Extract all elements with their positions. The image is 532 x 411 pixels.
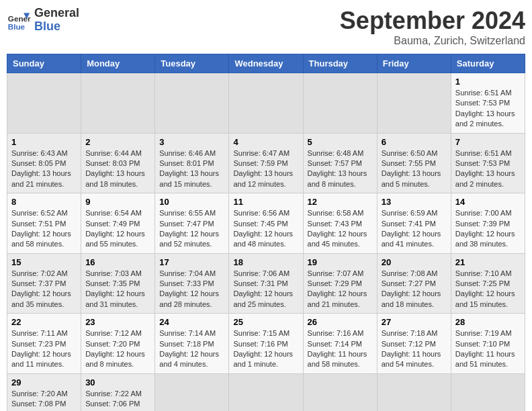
month-title: September 2024 xyxy=(340,7,525,35)
sunrise: Sunrise: 7:22 AM xyxy=(85,390,142,398)
day-number: 23 xyxy=(85,317,150,327)
header-cell-saturday: Saturday xyxy=(451,54,525,73)
day-info: Sunrise: 7:15 AMSunset: 7:16 PMDaylight:… xyxy=(233,328,298,370)
day-info: Sunrise: 7:18 AMSunset: 7:12 PMDaylight:… xyxy=(382,328,447,370)
daylight: Daylight: 12 hours and 58 minutes. xyxy=(11,230,71,248)
day-cell: 23Sunrise: 7:12 AMSunset: 7:20 PMDayligh… xyxy=(81,314,155,374)
day-info: Sunrise: 6:52 AMSunset: 7:51 PMDaylight:… xyxy=(11,208,77,250)
logo-line1: General xyxy=(34,7,79,20)
daylight: Daylight: 12 hours and 15 minutes. xyxy=(455,289,515,308)
day-number: 16 xyxy=(85,257,150,267)
day-number: 21 xyxy=(455,257,521,267)
sunset: Sunset: 7:23 PM xyxy=(11,340,66,348)
sunset: Sunset: 7:08 PM xyxy=(11,400,66,408)
day-cell xyxy=(155,73,229,134)
day-number: 26 xyxy=(308,317,373,327)
day-info: Sunrise: 7:03 AMSunset: 7:35 PMDaylight:… xyxy=(85,269,150,310)
sunset: Sunset: 7:29 PM xyxy=(308,279,362,287)
daylight: Daylight: 12 hours and 4 minutes. xyxy=(159,350,219,368)
sunset: Sunset: 7:33 PM xyxy=(159,279,214,287)
daylight: Daylight: 12 hours and 41 minutes. xyxy=(382,230,441,248)
sunset: Sunset: 7:49 PM xyxy=(85,220,140,228)
day-cell: 14Sunrise: 7:00 AMSunset: 7:39 PMDayligh… xyxy=(451,193,525,254)
sunset: Sunset: 7:20 PM xyxy=(85,340,140,348)
day-number: 19 xyxy=(308,257,373,267)
sunset: Sunset: 7:41 PM xyxy=(382,220,436,228)
day-number: 9 xyxy=(85,197,150,207)
sunset: Sunset: 7:39 PM xyxy=(455,220,510,228)
sunset: Sunset: 8:03 PM xyxy=(85,159,140,167)
sunrise: Sunrise: 6:43 AM xyxy=(11,149,68,157)
day-cell: 17Sunrise: 7:04 AMSunset: 7:33 PMDayligh… xyxy=(155,253,229,314)
sunset: Sunset: 7:55 PM xyxy=(382,159,436,167)
day-number: 3 xyxy=(159,137,224,147)
daylight: Daylight: 13 hours and 2 minutes. xyxy=(455,169,515,187)
day-cell: 29Sunrise: 7:20 AMSunset: 7:08 PMDayligh… xyxy=(7,373,81,411)
daylight: Daylight: 12 hours and 28 minutes. xyxy=(159,289,219,308)
day-cell: 2Sunrise: 6:44 AMSunset: 8:03 PMDaylight… xyxy=(81,133,155,193)
day-cell xyxy=(81,73,155,134)
sunrise: Sunrise: 6:54 AM xyxy=(85,209,142,217)
sunrise: Sunrise: 7:19 AM xyxy=(455,329,512,337)
week-row: 22Sunrise: 7:11 AMSunset: 7:23 PMDayligh… xyxy=(7,314,525,374)
sunset: Sunset: 7:12 PM xyxy=(382,340,436,348)
sunset: Sunset: 7:45 PM xyxy=(233,220,287,228)
daylight: Daylight: 13 hours and 21 minutes. xyxy=(11,169,71,187)
day-info: Sunrise: 7:00 AMSunset: 7:39 PMDaylight:… xyxy=(455,208,521,250)
daylight: Daylight: 11 hours and 54 minutes. xyxy=(382,350,441,368)
week-row: 15Sunrise: 7:02 AMSunset: 7:37 PMDayligh… xyxy=(7,253,525,314)
day-cell xyxy=(229,373,303,411)
day-info: Sunrise: 6:58 AMSunset: 7:43 PMDaylight:… xyxy=(308,208,373,250)
day-number: 15 xyxy=(11,257,77,267)
sunset: Sunset: 7:10 PM xyxy=(455,340,510,348)
sunset: Sunset: 7:18 PM xyxy=(159,340,214,348)
sunrise: Sunrise: 6:51 AM xyxy=(455,149,512,157)
sunrise: Sunrise: 6:51 AM xyxy=(455,89,512,97)
day-cell: 1Sunrise: 6:51 AMSunset: 7:53 PMDaylight… xyxy=(451,73,525,134)
daylight: Daylight: 13 hours and 12 minutes. xyxy=(233,169,293,187)
day-info: Sunrise: 6:48 AMSunset: 7:57 PMDaylight:… xyxy=(308,148,373,190)
header-cell-monday: Monday xyxy=(81,54,155,73)
day-number: 11 xyxy=(233,197,298,207)
daylight: Daylight: 11 hours and 51 minutes. xyxy=(455,350,515,368)
day-number: 28 xyxy=(455,317,521,327)
day-number: 4 xyxy=(233,137,298,147)
daylight: Daylight: 12 hours and 35 minutes. xyxy=(11,289,71,308)
day-number: 25 xyxy=(233,317,298,327)
day-cell xyxy=(303,73,377,134)
daylight: Daylight: 12 hours and 21 minutes. xyxy=(308,289,367,308)
sunrise: Sunrise: 6:46 AM xyxy=(159,149,216,157)
sunrise: Sunrise: 6:59 AM xyxy=(382,209,438,217)
day-info: Sunrise: 6:43 AMSunset: 8:05 PMDaylight:… xyxy=(11,148,77,190)
logo-line2: Blue xyxy=(34,20,79,34)
sunrise: Sunrise: 6:48 AM xyxy=(308,149,364,157)
day-cell: 8Sunrise: 6:52 AMSunset: 7:51 PMDaylight… xyxy=(7,193,81,254)
day-info: Sunrise: 6:54 AMSunset: 7:49 PMDaylight:… xyxy=(85,208,150,250)
daylight: Daylight: 12 hours and 31 minutes. xyxy=(85,289,145,308)
day-number: 12 xyxy=(308,197,373,207)
day-cell: 3Sunrise: 6:46 AMSunset: 8:01 PMDaylight… xyxy=(155,133,229,193)
day-info: Sunrise: 7:12 AMSunset: 7:20 PMDaylight:… xyxy=(85,328,150,370)
day-number: 10 xyxy=(159,197,224,207)
day-info: Sunrise: 7:02 AMSunset: 7:37 PMDaylight:… xyxy=(11,269,77,310)
day-cell xyxy=(155,373,229,411)
day-info: Sunrise: 7:11 AMSunset: 7:23 PMDaylight:… xyxy=(11,328,77,370)
day-info: Sunrise: 7:10 AMSunset: 7:25 PMDaylight:… xyxy=(455,269,521,310)
day-info: Sunrise: 6:56 AMSunset: 7:45 PMDaylight:… xyxy=(233,208,298,250)
daylight: Daylight: 12 hours and 1 minute. xyxy=(233,350,293,368)
daylight: Daylight: 12 hours and 55 minutes. xyxy=(85,230,145,248)
sunrise: Sunrise: 7:06 AM xyxy=(233,269,290,277)
sunset: Sunset: 7:31 PM xyxy=(233,279,287,287)
day-number: 2 xyxy=(85,137,150,147)
week-row: 8Sunrise: 6:52 AMSunset: 7:51 PMDaylight… xyxy=(7,193,525,254)
daylight: Daylight: 13 hours and 5 minutes. xyxy=(382,169,441,187)
sunrise: Sunrise: 6:44 AM xyxy=(85,149,142,157)
day-cell xyxy=(451,373,525,411)
day-cell: 4Sunrise: 6:47 AMSunset: 7:59 PMDaylight… xyxy=(229,133,303,193)
sunrise: Sunrise: 6:58 AM xyxy=(308,209,364,217)
day-cell: 21Sunrise: 7:10 AMSunset: 7:25 PMDayligh… xyxy=(451,253,525,314)
sunrise: Sunrise: 7:12 AM xyxy=(85,329,142,337)
day-info: Sunrise: 6:51 AMSunset: 7:53 PMDaylight:… xyxy=(455,88,521,130)
daylight: Daylight: 12 hours and 25 minutes. xyxy=(233,289,293,308)
page-header: General Blue General Blue September 2024… xyxy=(7,7,525,47)
